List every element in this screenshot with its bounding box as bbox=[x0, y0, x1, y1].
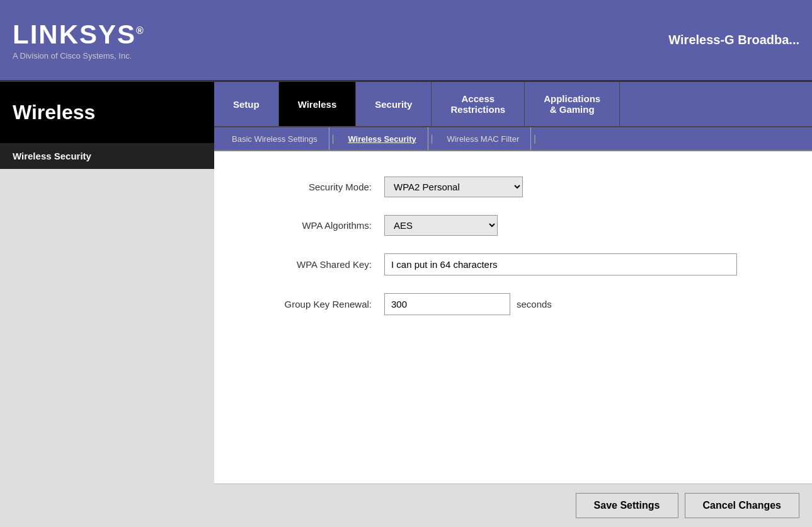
header: LINKSYS® A Division of Cisco Systems, In… bbox=[0, 0, 812, 82]
sidebar-section-label: Wireless Security bbox=[0, 143, 214, 169]
group-key-control: seconds bbox=[384, 293, 781, 315]
tab-setup[interactable]: Setup bbox=[214, 82, 279, 126]
sub-tab-wireless-mac-filter[interactable]: Wireless MAC Filter bbox=[435, 127, 531, 150]
wpa-algorithms-label: WPA Algorithms: bbox=[246, 220, 384, 231]
wpa-key-input[interactable] bbox=[384, 253, 737, 275]
sub-nav-bar: Basic Wireless Settings | Wireless Secur… bbox=[214, 127, 812, 151]
group-key-input[interactable] bbox=[384, 293, 510, 315]
logo-reg: ® bbox=[136, 25, 145, 36]
sidebar: Wireless Wireless Security bbox=[0, 82, 214, 527]
save-settings-button[interactable]: Save Settings bbox=[576, 493, 678, 518]
wpa-algorithms-row: WPA Algorithms: TKIP AES TKIP+AES bbox=[246, 215, 781, 236]
wpa-algorithms-select[interactable]: TKIP AES TKIP+AES bbox=[384, 215, 498, 236]
logo-area: LINKSYS® A Division of Cisco Systems, In… bbox=[13, 20, 145, 61]
product-name: Wireless-G Broadba... bbox=[668, 33, 799, 47]
tab-access-restrictions[interactable]: Access Restrictions bbox=[432, 82, 525, 126]
group-key-label: Group Key Renewal: bbox=[246, 299, 384, 310]
security-mode-label: Security Mode: bbox=[246, 182, 384, 192]
sub-tab-wireless-security[interactable]: Wireless Security bbox=[336, 127, 428, 150]
cancel-changes-button[interactable]: Cancel Changes bbox=[685, 493, 799, 518]
sub-tab-basic-wireless[interactable]: Basic Wireless Settings bbox=[220, 127, 329, 150]
sidebar-content bbox=[0, 169, 214, 527]
footer-bar: Save Settings Cancel Changes bbox=[214, 484, 812, 527]
security-mode-row: Security Mode: Disabled WPA Personal WPA… bbox=[246, 177, 781, 197]
security-mode-select[interactable]: Disabled WPA Personal WPA2 Personal WPA … bbox=[384, 177, 523, 197]
wpa-key-label: WPA Shared Key: bbox=[246, 259, 384, 270]
sub-nav-sep-2: | bbox=[428, 134, 436, 144]
content-area: Setup Wireless Security Access Restricti… bbox=[214, 82, 812, 527]
sub-nav-sep-1: | bbox=[329, 134, 337, 144]
sub-nav-sep-3: | bbox=[531, 134, 539, 144]
tab-wireless[interactable]: Wireless bbox=[279, 82, 357, 126]
tab-applications-gaming[interactable]: Applications & Gaming bbox=[525, 82, 620, 126]
security-mode-control: Disabled WPA Personal WPA2 Personal WPA … bbox=[384, 177, 781, 197]
main-layout: Wireless Wireless Security Setup Wireles… bbox=[0, 82, 812, 527]
nav-bar: Setup Wireless Security Access Restricti… bbox=[214, 82, 812, 127]
wpa-key-row: WPA Shared Key: bbox=[246, 253, 781, 275]
logo-text: LINKSYS bbox=[13, 20, 136, 49]
tab-security[interactable]: Security bbox=[356, 82, 432, 126]
sidebar-title: Wireless bbox=[0, 82, 214, 137]
logo-subtitle: A Division of Cisco Systems, Inc. bbox=[13, 51, 145, 61]
seconds-label: seconds bbox=[517, 299, 552, 310]
wpa-key-control bbox=[384, 253, 781, 275]
form-area: Security Mode: Disabled WPA Personal WPA… bbox=[214, 151, 812, 484]
group-key-row: Group Key Renewal: seconds bbox=[246, 293, 781, 315]
logo: LINKSYS® bbox=[13, 20, 145, 50]
group-renewal-row: seconds bbox=[384, 293, 781, 315]
wpa-algorithms-control: TKIP AES TKIP+AES bbox=[384, 215, 781, 236]
